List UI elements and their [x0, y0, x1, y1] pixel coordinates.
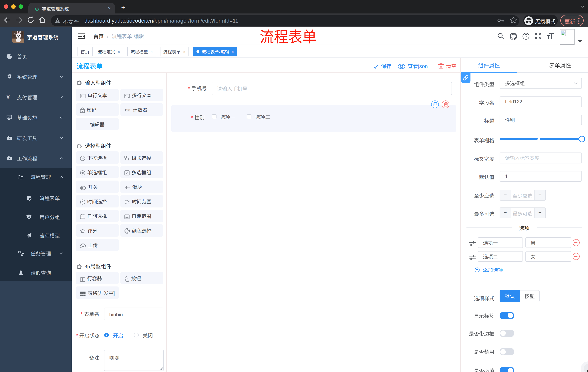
svg-text:123: 123 [124, 108, 130, 112]
